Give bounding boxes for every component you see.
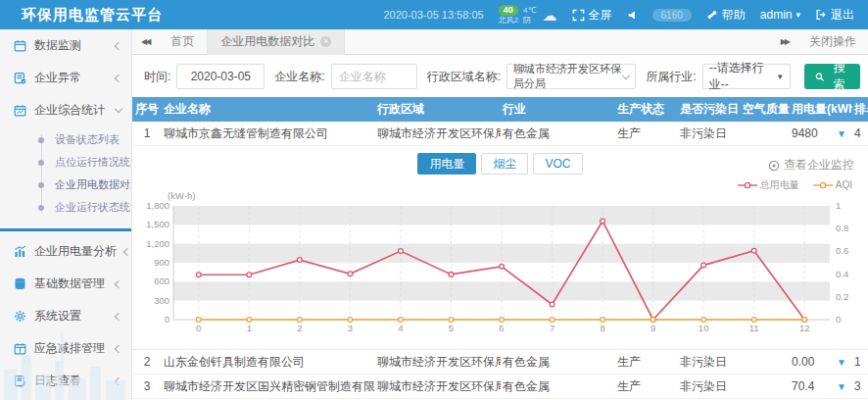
svg-text:1,500: 1,500 <box>146 220 169 230</box>
table-row[interactable]: 1聊城市京鑫无缝管制造有限公司聊城市经济开发区环保局分局有色金属生产非污染日94… <box>132 122 868 146</box>
open-tabs: 首页企业用电数据对比× <box>158 29 345 55</box>
search-button[interactable]: 搜索 <box>804 64 860 89</box>
region-select-value: 聊城市经济开发区环保局分局 <box>513 62 623 91</box>
table-row[interactable]: 3聊城市经济开发区国兴精密钢管制造有限公司聊城市经济开发区环保局分局有色金属生产… <box>132 375 868 399</box>
table-header-cell: 生产状态 <box>615 101 678 118</box>
table-row[interactable]: 2山东金创钎具制造有限公司聊城市经济开发区环保局分局有色金属生产非污染日0.00… <box>132 350 868 375</box>
sidebar-item[interactable]: 系统设置 <box>0 300 131 332</box>
phone-icon <box>706 9 718 21</box>
mute-button[interactable] <box>627 10 638 21</box>
power-value: 9480 <box>792 126 818 140</box>
fullscreen-icon <box>572 9 585 22</box>
svg-text:1,800: 1,800 <box>146 200 169 211</box>
svg-text:300: 300 <box>154 295 169 306</box>
user-menu[interactable]: admin ▾ <box>760 8 800 22</box>
close-operations-button[interactable]: 关闭操作 <box>809 33 856 50</box>
rank-cell: 1 <box>852 355 868 369</box>
region-select[interactable]: 聊城市经济开发区环保局分局 <box>506 64 636 89</box>
svg-text:5: 5 <box>449 323 454 333</box>
help-label: 帮助 <box>722 7 746 24</box>
cloud-icon: ☁ <box>543 8 557 23</box>
svg-text:1: 1 <box>836 200 841 211</box>
power-cell: 0.00▼ <box>790 355 852 369</box>
sidebar-submenu: 设备状态列表点位运行情况统计企业用电数据对比企业运行状态统计 <box>0 126 131 223</box>
scroll-tabs-left-icon[interactable]: ◀◀ <box>132 37 158 46</box>
chevron-left-icon <box>123 247 131 255</box>
chart-tab[interactable]: VOC <box>533 153 582 175</box>
app-header: 环保用电监管云平台 2020-03-05 13:58:05 40 4℃ 北风2 … <box>0 0 868 29</box>
close-tab-icon[interactable]: × <box>320 36 331 47</box>
database-icon <box>13 277 26 291</box>
sidebar-item[interactable]: 企业综合统计 <box>0 94 131 126</box>
help-button[interactable]: 帮助 <box>706 7 746 24</box>
svg-text:0: 0 <box>196 323 201 333</box>
rank-cell: 4 <box>852 126 868 140</box>
table-header-cell: 行政区域 <box>375 101 501 118</box>
svg-text:0.4: 0.4 <box>836 269 848 279</box>
chart-tab[interactable]: 用电量 <box>417 153 476 175</box>
svg-text:0.6: 0.6 <box>836 246 848 257</box>
table-cell: 生产 <box>615 378 678 395</box>
sidebar-subitem-label: 企业用电数据对比 <box>55 178 132 190</box>
logout-button[interactable]: 退出 <box>815 7 854 24</box>
sidebar-item-label: 日志查看 <box>34 373 81 389</box>
power-cell: 9480▼ <box>790 126 852 140</box>
chevron-down-icon: ▾ <box>796 10 800 20</box>
view-enterprise-monitor-link[interactable]: 查看企业监控 <box>768 157 854 174</box>
sidebar-item[interactable]: 日志查看 <box>0 365 131 397</box>
aqi-badge: 40 <box>499 5 518 16</box>
temperature-label: 4℃ <box>523 7 536 15</box>
industry-label: 所属行业: <box>646 69 696 85</box>
table-cell: 有色金属 <box>501 354 615 371</box>
bullet-icon <box>38 160 44 166</box>
table-header-cell: 排名 <box>852 101 868 118</box>
table-cell: 聊城市经济开发区环保局分局 <box>375 354 501 371</box>
table-cell: 非污染日 <box>678 378 741 395</box>
table-cell: 聊城市京鑫无缝管制造有限公司 <box>162 125 375 142</box>
sidebar-item-label: 数据监测 <box>34 37 81 54</box>
log-icon <box>13 375 26 388</box>
industry-select[interactable]: --请选择行业-- ▼ <box>702 64 792 89</box>
bullet-icon <box>38 205 44 211</box>
table-cell: 聊城市经济开发区环保局分局 <box>375 378 501 395</box>
svg-text:1,200: 1,200 <box>146 238 169 249</box>
sidebar-item-label: 企业用电量分析 <box>34 243 117 260</box>
main-content: ◀◀ 首页企业用电数据对比× ▶▶ 关闭操作 时间: 企业名称: 行政区域名称:… <box>132 29 868 400</box>
bullet-icon <box>38 137 44 143</box>
report-icon <box>13 72 26 85</box>
table-cell: 1 <box>132 126 162 140</box>
sidebar-item[interactable]: 应急减排管理 <box>0 332 131 365</box>
legend-marker-icon <box>738 181 757 189</box>
tab-home[interactable]: 首页 <box>158 29 208 55</box>
date-input[interactable] <box>176 64 265 89</box>
table-cell: 2 <box>132 355 162 369</box>
sidebar-subitem[interactable]: 企业用电数据对比 <box>0 174 131 196</box>
sidebar-item[interactable]: 数据监测 <box>0 29 131 62</box>
sidebar-item[interactable]: 企业异常 <box>0 62 131 94</box>
sidebar-item[interactable]: 基础数据管理 <box>0 268 131 300</box>
notification-counter[interactable]: 6160 <box>652 9 692 22</box>
sidebar-subitem-label: 设备状态列表 <box>55 133 120 145</box>
sidebar-subitem[interactable]: 设备状态列表 <box>0 128 131 151</box>
monitor-icon <box>768 160 780 172</box>
time-label: 时间: <box>144 69 170 85</box>
svg-text:0: 0 <box>836 314 841 325</box>
power-line-chart: (kW·h)1,8001,5001,200900600300010.80.60.… <box>138 190 862 345</box>
sidebar-subitem[interactable]: 企业运行状态统计 <box>0 196 131 219</box>
sidebar-item[interactable]: 企业用电量分析 <box>0 235 131 268</box>
company-name-input[interactable] <box>331 64 417 89</box>
scroll-tabs-right-icon[interactable]: ▶▶ <box>772 37 797 46</box>
fullscreen-button[interactable]: 全屏 <box>572 7 612 24</box>
legend-label: AQI <box>836 179 852 190</box>
tab-active[interactable]: 企业用电数据对比× <box>208 29 345 55</box>
legend-item[interactable]: AQI <box>813 179 852 190</box>
sidebar-subitem[interactable]: 点位运行情况统计 <box>0 151 131 174</box>
chevron-left-icon <box>115 74 122 81</box>
table-cell: 生产 <box>615 354 678 371</box>
filter-bar: 时间: 企业名称: 行政区域名称: 聊城市经济开发区环保局分局 所属行业: --… <box>132 55 868 97</box>
chevron-left-icon <box>115 41 122 49</box>
chevron-down-icon <box>115 105 122 113</box>
table-header-cell: 用电量(kWh) <box>790 101 852 118</box>
chart-tab[interactable]: 烟尘 <box>481 153 528 175</box>
gear-icon <box>13 310 26 324</box>
